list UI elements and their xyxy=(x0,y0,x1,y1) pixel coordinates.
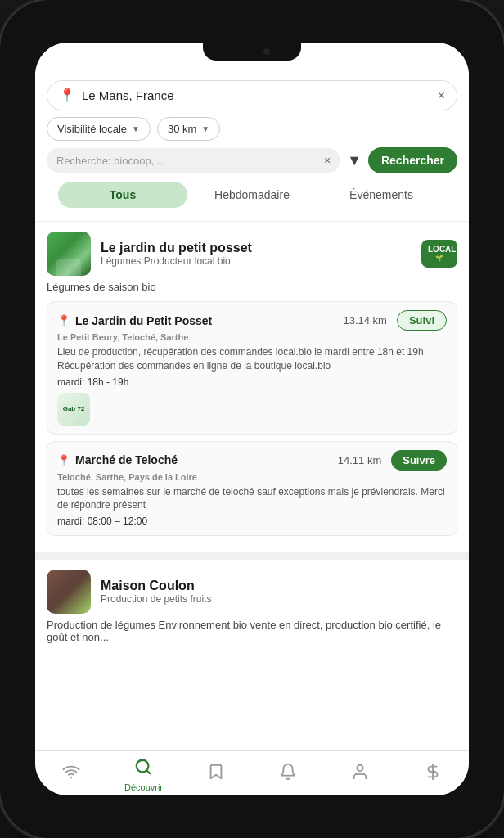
status-bar xyxy=(35,43,469,72)
header-area: 📍 Le Mans, France × Visibilité locale ▼ … xyxy=(35,72,469,222)
distance-label: 30 km xyxy=(168,123,196,135)
pos-address-2: Teloché, Sarthe, Pays de la Loire xyxy=(57,472,447,482)
producer-desc-1: Légumes de saison bio xyxy=(47,281,457,293)
snowflake-icon xyxy=(424,763,442,786)
person-icon xyxy=(351,763,369,786)
pos-pin-icon-2: 📍 xyxy=(57,454,70,466)
visibilite-chevron-icon: ▼ xyxy=(132,124,140,133)
search-icon xyxy=(134,758,152,781)
producer-info-2: Maison Coulon Production de petits fruit… xyxy=(101,579,457,605)
tab-hebdomadaire[interactable]: Hebdomadaire xyxy=(187,182,317,208)
search-row: Recherche: biocoop, ... × ▼ Rechercher xyxy=(47,147,457,173)
producer-header-1: Le jardin du petit posset Légumes Produc… xyxy=(47,232,457,276)
search-input-wrap[interactable]: Recherche: biocoop, ... × xyxy=(47,148,340,173)
pos-description-2: toutes les semaines sur le marché de tel… xyxy=(57,485,447,513)
filter-icon[interactable]: ▼ xyxy=(347,152,362,169)
pos-pin-icon-1: 📍 xyxy=(57,314,70,327)
phone-frame: 📍 Le Mans, France × Visibilité locale ▼ … xyxy=(0,0,504,838)
tabs-row: Tous Hebdomadaire Événements xyxy=(47,178,457,216)
location-pin-icon: 📍 xyxy=(59,88,75,103)
producer-avatar-1 xyxy=(47,232,91,276)
nav-item-profile[interactable] xyxy=(324,763,396,787)
pos-distance-2: 14.11 km xyxy=(338,454,381,466)
pos-item-2: 📍 Marché de Teloché 14.11 km Suivre Telo… xyxy=(47,441,457,537)
suivre-button-2[interactable]: Suivre xyxy=(391,450,447,471)
location-bar[interactable]: 📍 Le Mans, France × xyxy=(47,80,457,110)
tab-tous[interactable]: Tous xyxy=(58,182,187,208)
pos-name-1: Le Jardin du Petit Posset xyxy=(75,314,212,327)
suivi-button-1[interactable]: Suivi xyxy=(397,310,447,331)
pos-header-2: 📍 Marché de Teloché 14.11 km Suivre xyxy=(57,450,447,471)
producer-name-1: Le jardin du petit posset xyxy=(101,241,412,255)
distance-dropdown[interactable]: 30 km ▼ xyxy=(157,117,220,141)
nav-item-bookmarks[interactable] xyxy=(180,763,252,787)
pos-distance-1: 13.14 km xyxy=(343,314,386,327)
location-text: Le Mans, France xyxy=(82,88,431,102)
app-content: 📍 Le Mans, France × Visibilité locale ▼ … xyxy=(35,72,469,750)
nav-item-settings[interactable] xyxy=(397,763,469,787)
svg-line-2 xyxy=(147,770,151,773)
nav-item-wifi[interactable] xyxy=(35,763,107,787)
phone-screen: 📍 Le Mans, France × Visibilité locale ▼ … xyxy=(35,43,469,795)
nav-item-notifications[interactable] xyxy=(252,763,324,787)
producer-name-2: Maison Coulon xyxy=(101,579,457,593)
greenhouse-image xyxy=(47,232,91,276)
listing-card-2: Maison Coulon Production de petits fruit… xyxy=(35,559,469,661)
bottom-nav: Découvrir xyxy=(35,750,469,795)
location-close-button[interactable]: × xyxy=(438,88,445,103)
producer-desc-2: Production de légumes Environnement bio … xyxy=(47,619,457,643)
producer-type-2: Production de petits fruits xyxy=(101,593,457,605)
producer-avatar-2 xyxy=(47,570,91,614)
producer-header-2: Maison Coulon Production de petits fruit… xyxy=(47,570,457,614)
notch xyxy=(203,43,301,61)
pos-name-2: Marché de Teloché xyxy=(75,453,178,466)
certification-badge-1: Gab 72 xyxy=(57,393,90,426)
producer-type-1: Légumes Producteur local bio xyxy=(101,255,412,267)
search-clear-button[interactable]: × xyxy=(324,154,331,167)
producer-info-1: Le jardin du petit posset Légumes Produc… xyxy=(101,241,412,267)
pos-address-1: Le Petit Beury, Teloché, Sarthe xyxy=(57,332,447,342)
local-badge-1: LOCAL 🌱 xyxy=(421,240,457,268)
pos-hours-1: mardi: 18h - 19h xyxy=(57,376,447,388)
wifi-icon xyxy=(62,763,80,786)
visibilite-label: Visibilité locale xyxy=(57,123,127,135)
pos-hours-2: mardi: 08:00 – 12:00 xyxy=(57,516,447,527)
listing-card-1: Le jardin du petit posset Légumes Produc… xyxy=(35,222,469,559)
nav-label-decouvrir: Découvrir xyxy=(124,782,163,792)
pos-item-1: 📍 Le Jardin du Petit Posset 13.14 km Sui… xyxy=(47,301,457,435)
visibilite-dropdown[interactable]: Visibilité locale ▼ xyxy=(47,117,151,141)
pos-header-1: 📍 Le Jardin du Petit Posset 13.14 km Sui… xyxy=(57,310,447,331)
pos-description-1: Lieu de production, récupération des com… xyxy=(57,345,447,373)
distance-chevron-icon: ▼ xyxy=(201,124,209,133)
bookmark-icon xyxy=(207,763,225,786)
search-placeholder: Recherche: biocoop, ... xyxy=(56,155,317,167)
filter-row: Visibilité locale ▼ 30 km ▼ xyxy=(47,117,457,141)
farm-image xyxy=(47,570,91,614)
bell-icon xyxy=(279,763,297,786)
search-button[interactable]: Rechercher xyxy=(368,147,457,173)
svg-point-3 xyxy=(358,765,363,771)
camera-dot xyxy=(263,48,270,55)
tab-evenements[interactable]: Événements xyxy=(317,182,446,208)
nav-item-decouvrir[interactable]: Découvrir xyxy=(107,758,179,792)
